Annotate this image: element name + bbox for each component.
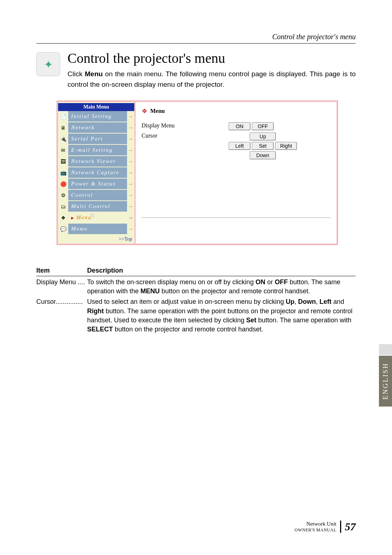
- arrow-right-icon: →: [127, 113, 134, 120]
- sidebar-item-menu[interactable]: ❖Menu⬉→: [58, 212, 134, 224]
- intro-paragraph: Click Menu on the main menu. The followi…: [68, 69, 356, 90]
- sidebar-item-icon: 🔴: [58, 181, 68, 187]
- main-menu-title: Main Menu: [58, 103, 134, 111]
- sidebar-item-label: Multi Control: [68, 201, 127, 212]
- table-row: Cursor...............Used to select an i…: [36, 297, 356, 334]
- arrow-right-icon: →: [127, 215, 134, 221]
- sidebar-item-serial-port[interactable]: 🔌Serial Port→: [58, 134, 134, 145]
- table-item-name: Cursor...............: [36, 297, 87, 334]
- arrow-right-icon: →: [127, 192, 134, 199]
- arrow-right-icon: →: [127, 147, 134, 154]
- table-item-description: Used to select an item or adjust value i…: [87, 297, 356, 334]
- language-tab: ENGLISH: [379, 356, 392, 407]
- sidebar-item-icon: ❖: [58, 215, 68, 221]
- section-icon: ✦: [36, 52, 60, 76]
- description-table: Item Description Display Menu ....To swi…: [36, 267, 356, 334]
- running-head: Control the projector's menu: [36, 33, 356, 41]
- sidebar-item-label: Network Viewer: [68, 156, 127, 167]
- panel-divider: [142, 217, 331, 218]
- cursor-up-button[interactable]: Up: [250, 132, 276, 140]
- sidebar-item-label: Menu⬉: [68, 212, 127, 223]
- sidebar-item-network-viewer[interactable]: 🖼Network Viewer→: [58, 156, 134, 167]
- top-link[interactable]: >>Top: [58, 235, 134, 244]
- menu-content-panel: ❖ Menu Display Menu ON OFF Cursor Up Lef…: [136, 102, 336, 244]
- arrow-right-icon: →: [127, 158, 134, 165]
- display-menu-label: Display Menu: [142, 122, 229, 129]
- sidebar-item-icon: 📺: [58, 170, 68, 176]
- sidebar-item-icon: 💬: [58, 226, 68, 232]
- sidebar-item-icon: 🗂: [58, 204, 68, 209]
- sidebar-item-power-status[interactable]: 🔴Power & Status→: [58, 179, 134, 190]
- main-menu-sidebar: Main Menu 📄Initial Setting→🖥Network→🔌Ser…: [58, 102, 134, 244]
- arrow-right-icon: →: [127, 181, 134, 187]
- sidebar-item-network[interactable]: 🖥Network→: [58, 122, 134, 134]
- sidebar-item-label: Serial Port: [68, 134, 127, 144]
- arrow-right-icon: →: [127, 203, 134, 210]
- table-head-item: Item: [36, 267, 87, 274]
- cursor-label: Cursor: [142, 132, 229, 139]
- footer-line2: OWNER'S MANUAL: [295, 527, 337, 533]
- sidebar-item-label: Network Capture: [68, 167, 127, 178]
- sidebar-item-label: E-mail Setting: [68, 145, 127, 155]
- sidebar-item-memo[interactable]: 💬Memo→: [58, 224, 134, 235]
- page-footer: Network Unit OWNER'S MANUAL 57: [295, 521, 356, 533]
- display-menu-on-button[interactable]: ON: [229, 122, 250, 130]
- page-number: 57: [340, 521, 356, 533]
- cursor-down-button[interactable]: Down: [250, 151, 276, 159]
- sidebar-item-control[interactable]: ⚙Control→: [58, 190, 134, 201]
- footer-line1: Network Unit: [295, 521, 337, 528]
- sidebar-item-icon: 🖥: [58, 125, 68, 131]
- sidebar-item-label: Network: [68, 122, 127, 133]
- arrow-right-icon: →: [127, 125, 134, 131]
- sidebar-item-label: Memo: [68, 224, 127, 234]
- header-rule: [36, 43, 356, 44]
- sidebar-item-label: Initial Setting: [68, 111, 127, 122]
- display-menu-off-button[interactable]: OFF: [252, 122, 274, 130]
- sidebar-item-icon: 📄: [58, 114, 68, 119]
- cursor-right-button[interactable]: Right: [275, 142, 297, 150]
- sidebar-item-icon: ⚙: [58, 192, 68, 198]
- screenshot-panel: Main Menu 📄Initial Setting→🖥Network→🔌Ser…: [57, 101, 338, 245]
- language-tab-gap: [379, 344, 392, 355]
- page-title: Control the projector's menu: [68, 50, 356, 66]
- mouse-cursor-icon: ⬉: [90, 212, 95, 219]
- table-row: Display Menu ....To switch the on-screen…: [36, 278, 356, 296]
- sidebar-item-e-mail-setting[interactable]: ✉E-mail Setting→: [58, 145, 134, 156]
- sidebar-item-multi-control[interactable]: 🗂Multi Control→: [58, 201, 134, 212]
- arrow-right-icon: →: [127, 136, 134, 142]
- sidebar-item-icon: ✉: [58, 147, 68, 153]
- menu-panel-icon: ❖: [142, 107, 147, 115]
- table-head-description: Description: [87, 267, 356, 274]
- cursor-set-button[interactable]: Set: [252, 142, 274, 150]
- sidebar-item-initial-setting[interactable]: 📄Initial Setting→: [58, 111, 134, 122]
- cursor-left-button[interactable]: Left: [229, 142, 250, 150]
- menu-panel-title: Menu: [150, 108, 165, 114]
- sidebar-item-network-capture[interactable]: 📺Network Capture→: [58, 167, 134, 179]
- table-item-name: Display Menu ....: [36, 278, 87, 296]
- sidebar-item-label: Power & Status: [68, 179, 127, 189]
- table-item-description: To switch the on-screen display menu on …: [87, 278, 356, 296]
- arrow-right-icon: →: [127, 170, 134, 176]
- sidebar-item-icon: 🔌: [58, 136, 68, 142]
- arrow-right-icon: →: [127, 226, 134, 232]
- sidebar-item-icon: 🖼: [58, 159, 68, 164]
- sidebar-item-label: Control: [68, 190, 127, 200]
